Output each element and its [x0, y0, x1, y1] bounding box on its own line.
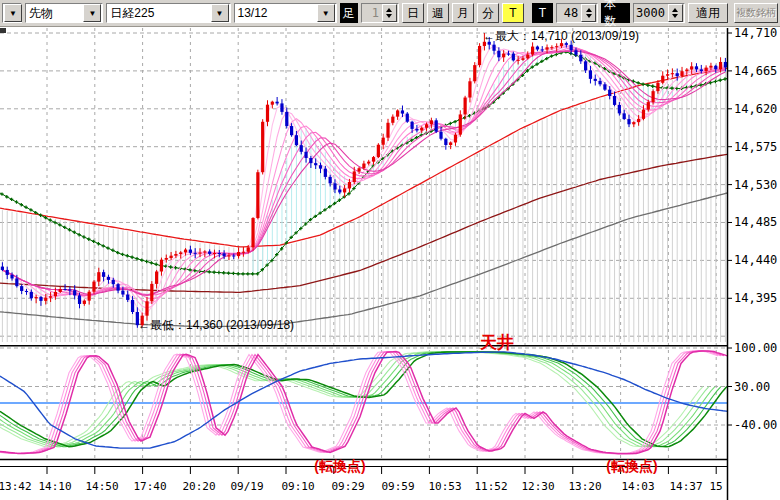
t-toggle[interactable]: T: [532, 3, 553, 23]
honsu-label: 本数: [601, 3, 630, 23]
mini-combo[interactable]: ▼: [2, 3, 22, 23]
dropdown-arrow-icon[interactable]: ▼: [4, 4, 22, 22]
time-axis-label: 13:20: [568, 480, 601, 493]
dropdown-arrow-icon[interactable]: ▼: [83, 4, 101, 22]
price-axis-label: 14,485: [734, 215, 777, 229]
market-select-value: 先物: [26, 5, 82, 22]
dropdown-arrow-icon[interactable]: ▼: [317, 4, 335, 22]
contract-month-value: 13/12: [235, 6, 316, 20]
total-bars-stepper[interactable]: 3000: [633, 3, 685, 23]
time-axis-label: 14:03: [621, 480, 654, 493]
oscillator-axis-label: 30.00: [734, 380, 770, 394]
time-axis-label: 20:20: [182, 480, 215, 493]
time-axis-label: 11:52: [474, 480, 507, 493]
price-axis-label: 14,530: [734, 178, 777, 192]
toolbar: ▼ 先物 ▼ 日経225 ▼ 13/12 ▼ 足 1 日 週 月 分 T T 4…: [0, 0, 780, 27]
turning-point-annotation: (転換点): [606, 458, 657, 474]
total-bars-value: 3000: [634, 6, 667, 20]
time-axis-label: 12:30: [521, 480, 554, 493]
time-axis-label: 14:37: [669, 480, 702, 493]
time-axis-label: 09/19: [230, 480, 263, 493]
time-axis-label: 17:40: [133, 480, 166, 493]
price-axis-label: 14,620: [734, 102, 777, 116]
time-axis-label: 13:42: [0, 480, 32, 493]
period-week-button[interactable]: 週: [427, 3, 449, 23]
period-month-button[interactable]: 月: [452, 3, 474, 23]
candle-panel[interactable]: [0, 28, 727, 343]
time-axis-label: 15: [709, 480, 722, 493]
ashi-label: 足: [340, 3, 358, 23]
time-axis-label: 14:50: [85, 480, 118, 493]
oscillator-panel[interactable]: [0, 346, 727, 460]
bars-stepper[interactable]: 48: [556, 3, 598, 23]
time-axis-label: 14:10: [38, 480, 71, 493]
spinner-icon[interactable]: [581, 4, 596, 22]
oscillator-axis-label: 100.00: [734, 341, 777, 355]
time-axis-label: 09:10: [281, 480, 314, 493]
period-tick-button[interactable]: T: [502, 3, 524, 23]
spinner-icon[interactable]: [668, 4, 683, 22]
price-axis-label: 14,440: [734, 253, 777, 267]
turning-point-annotation: (転換点): [314, 458, 365, 474]
price-axis-label: 14,710: [734, 27, 777, 40]
interval-value: 1: [362, 6, 381, 20]
market-select[interactable]: 先物 ▼: [25, 3, 103, 23]
price-chart: 14,71014,66514,62014,57514,53014,48514,4…: [0, 27, 780, 500]
time-axis-label: 09:29: [331, 480, 364, 493]
trading-app-window: { "toolbar": { "mini_combo": {"icon": "d…: [0, 0, 780, 500]
apply-button[interactable]: 適用: [688, 3, 728, 23]
spinner-icon[interactable]: [382, 4, 397, 22]
price-axis-label: 14,575: [734, 140, 777, 154]
oscillator-axis-label: -40.00: [734, 418, 777, 432]
dropdown-arrow-icon[interactable]: ▼: [211, 4, 229, 22]
contract-month-select[interactable]: 13/12 ▼: [234, 3, 337, 23]
multi-symbol-button[interactable]: 複数銘柄: [734, 3, 778, 23]
symbol-select-value: 日経225: [107, 5, 209, 22]
period-minute-button[interactable]: 分: [477, 3, 499, 23]
time-axis-label: 09:59: [381, 480, 414, 493]
time-axis-label: 10:53: [428, 480, 461, 493]
period-day-button[interactable]: 日: [402, 3, 424, 23]
symbol-select[interactable]: 日経225 ▼: [106, 3, 230, 23]
bars-value: 48: [557, 6, 580, 20]
price-axis-label: 14,665: [734, 64, 777, 78]
price-axis-label: 14,395: [734, 291, 777, 305]
interval-stepper[interactable]: 1: [361, 3, 399, 23]
